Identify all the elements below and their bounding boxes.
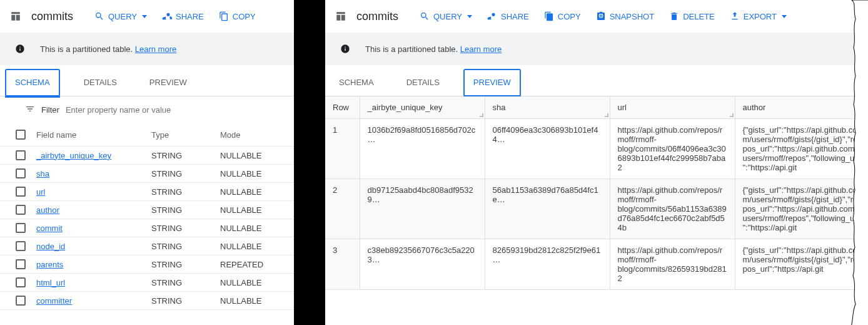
field-name-link[interactable]: sha (36, 169, 49, 178)
schema-header-row: Field name Type Mode (0, 123, 294, 147)
scrollbar-thumb[interactable] (862, 121, 867, 133)
right-panel: commits QUERY SHARE COPY SNAPSHOT DELE (325, 0, 868, 325)
cell-url: https://api.github.com/repos/rmoff/rmoff… (610, 119, 735, 179)
col-type: Type (151, 130, 220, 140)
schema-table: Field name Type Mode _airbyte_unique_key… (0, 123, 294, 310)
mode-cell: NULLABLE (220, 296, 289, 306)
tab-details[interactable]: DETAILS (398, 69, 448, 96)
row-checkbox[interactable] (16, 241, 26, 251)
tabs: SCHEMA DETAILS PREVIEW (0, 69, 294, 96)
caret-down-icon (142, 15, 147, 18)
resize-handle[interactable] (480, 113, 483, 117)
select-all-checkbox[interactable] (16, 130, 26, 140)
page-title: commits (31, 10, 73, 23)
row-checkbox[interactable] (16, 223, 26, 233)
col-field: Field name (36, 130, 151, 140)
schema-row: authorSTRINGNULLABLE (0, 201, 294, 219)
cell-sha: 06ff4096ea3c306893b101ef44… (485, 119, 610, 179)
field-name-link[interactable]: parents (36, 260, 63, 269)
preview-header-row: Row _airbyte_unique_key sha url author (325, 96, 868, 119)
row-checkbox[interactable] (16, 168, 26, 178)
delete-button[interactable]: DELETE (663, 8, 721, 25)
query-label: QUERY (108, 12, 137, 21)
table-icon (10, 11, 21, 22)
tab-schema[interactable]: SCHEMA (5, 69, 60, 96)
mode-cell: NULLABLE (220, 151, 289, 160)
cell-key: c38eb89235667076c3c5a2203… (360, 239, 485, 290)
snapshot-button[interactable]: SNAPSHOT (590, 8, 661, 25)
search-icon (94, 11, 104, 21)
mode-cell: NULLABLE (220, 278, 289, 287)
field-name-link[interactable]: committer (36, 296, 72, 306)
schema-row: _airbyte_unique_keySTRINGNULLABLE (0, 147, 294, 165)
field-name-link[interactable]: author (36, 205, 59, 215)
cell-url: https://api.github.com/repos/rmoff/rmoff… (610, 239, 735, 290)
copy-button[interactable]: COPY (213, 8, 262, 25)
col-url: url (610, 96, 735, 119)
share-label: SHARE (176, 12, 204, 21)
header: commits QUERY SHARE COPY SNAPSHOT DELE (325, 0, 868, 33)
share-button[interactable]: SHARE (156, 8, 210, 25)
row-checkbox[interactable] (16, 205, 26, 215)
filter-row: Filter (0, 96, 294, 123)
tab-schema[interactable]: SCHEMA (330, 69, 383, 96)
tab-preview[interactable]: PREVIEW (141, 69, 196, 96)
schema-row: urlSTRINGNULLABLE (0, 183, 294, 201)
table-row: 3c38eb89235667076c3c5a2203…82659319bd281… (325, 239, 868, 290)
learn-more-link[interactable]: Learn more (135, 44, 176, 54)
col-sha: sha (485, 96, 610, 119)
cell-sha: 56ab1153a6389d76a85d4fc1e… (485, 179, 610, 239)
scrollbar-thumb[interactable] (862, 278, 867, 289)
resize-handle[interactable] (862, 113, 866, 117)
scrollbar-thumb[interactable] (862, 200, 867, 211)
caret-down-icon (782, 15, 787, 18)
schema-row: parentsSTRINGREPEATED (0, 255, 294, 274)
page-title: commits (356, 10, 398, 23)
export-button[interactable]: EXPORT (724, 8, 793, 25)
resize-handle[interactable] (605, 113, 608, 117)
field-name-link[interactable]: node_id (36, 242, 65, 251)
row-checkbox[interactable] (16, 296, 26, 306)
query-button[interactable]: QUERY (88, 8, 153, 25)
partition-notice: This is a partitioned table. Learn more (325, 33, 868, 65)
resize-handle[interactable] (730, 113, 734, 117)
tab-preview[interactable]: PREVIEW (463, 69, 521, 96)
cell-sha: 82659319bd2812c825f2f9e61… (485, 239, 610, 290)
copy-label: COPY (233, 12, 256, 21)
copy-icon (544, 11, 554, 21)
learn-more-link[interactable]: Learn more (460, 44, 502, 54)
snapshot-icon (596, 11, 606, 21)
share-icon (487, 11, 497, 21)
schema-row: committerSTRINGNULLABLE (0, 292, 294, 310)
row-checkbox[interactable] (16, 150, 26, 160)
cell-url: https://api.github.com/repos/rmoff/rmoff… (610, 179, 735, 239)
row-number: 1 (325, 119, 360, 179)
query-button[interactable]: QUERY (413, 8, 478, 25)
partition-notice: This is a partitioned table. Learn more (0, 33, 294, 65)
field-name-link[interactable]: url (36, 187, 45, 197)
row-checkbox[interactable] (16, 277, 26, 287)
table-icon (335, 11, 346, 22)
type-cell: STRING (151, 169, 220, 178)
header-actions: QUERY SHARE COPY SNAPSHOT DELETE EXP (413, 8, 793, 25)
header-actions: QUERY SHARE COPY (88, 8, 262, 25)
copy-icon (219, 11, 229, 21)
field-name-link[interactable]: _airbyte_unique_key (36, 151, 111, 160)
schema-row: commitSTRINGNULLABLE (0, 219, 294, 237)
copy-button[interactable]: COPY (538, 8, 587, 25)
cell-author: {"gists_url":"https://api.github.com/use… (735, 179, 868, 239)
schema-row: node_idSTRINGNULLABLE (0, 237, 294, 255)
row-checkbox[interactable] (16, 259, 26, 269)
tab-details[interactable]: DETAILS (75, 69, 126, 96)
table-row: 11036b2f69a8fd0516856d702c…06ff4096ea3c3… (325, 119, 868, 179)
field-name-link[interactable]: commit (36, 224, 63, 233)
field-name-link[interactable]: html_url (36, 278, 65, 287)
filter-input[interactable] (66, 105, 269, 115)
mode-cell: NULLABLE (220, 169, 289, 178)
notice-text: This is a partitioned table. Learn more (365, 44, 502, 54)
row-checkbox[interactable] (16, 187, 26, 197)
col-author: author (735, 96, 868, 119)
share-button[interactable]: SHARE (481, 8, 535, 25)
preview-table: Row _airbyte_unique_key sha url author 1… (325, 96, 868, 290)
left-panel: commits QUERY SHARE COPY This is a parti… (0, 0, 294, 325)
